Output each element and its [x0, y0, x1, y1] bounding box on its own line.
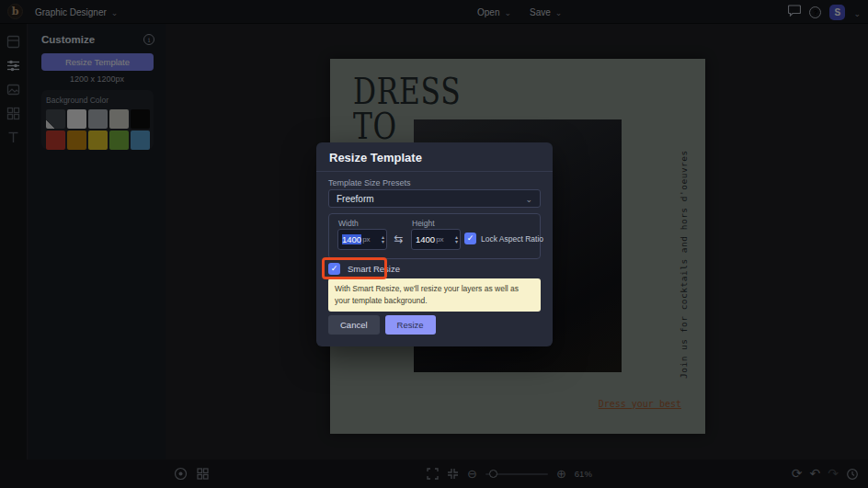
width-value: 1400 — [342, 234, 361, 244]
lock-aspect-ratio-checkbox[interactable] — [464, 233, 476, 244]
presets-label: Template Size Presets — [328, 178, 411, 187]
height-value: 1400 — [416, 234, 435, 244]
dimensions-group: Width Height 1400 px ▴▾ 1400 px ▴▾ Lock … — [328, 213, 541, 259]
size-preset-select[interactable]: Freeform — [328, 189, 541, 208]
height-label: Height — [412, 219, 435, 228]
chevron-down-icon — [525, 194, 532, 204]
lock-aspect-ratio-label: Lock Aspect Ratio — [481, 234, 543, 244]
height-unit: px — [436, 235, 443, 244]
width-input[interactable]: 1400 px ▴▾ — [337, 229, 387, 250]
dialog-title: Resize Template — [329, 151, 422, 165]
resize-button[interactable]: Resize — [385, 315, 436, 335]
width-label: Width — [338, 219, 359, 228]
smart-resize-info: With Smart Resize, we'll resize your lay… — [328, 278, 541, 312]
width-unit: px — [362, 235, 370, 244]
divider — [316, 171, 553, 172]
resize-template-dialog: Resize Template Template Size Presets Fr… — [316, 142, 553, 346]
width-stepper[interactable]: ▴▾ — [382, 235, 384, 244]
cancel-button[interactable]: Cancel — [328, 315, 380, 335]
smart-resize-row: Smart Resize — [328, 263, 400, 275]
size-preset-value: Freeform — [337, 194, 374, 204]
smart-resize-label: Smart Resize — [348, 264, 400, 274]
swap-dimensions-button[interactable] — [391, 232, 406, 247]
smart-resize-checkbox[interactable] — [328, 263, 340, 275]
app-window: Graphic Designer Open Save S — [0, 0, 868, 488]
height-input[interactable]: 1400 px ▴▾ — [411, 229, 461, 250]
height-stepper[interactable]: ▴▾ — [455, 235, 458, 244]
dialog-actions: Cancel Resize — [328, 315, 436, 335]
